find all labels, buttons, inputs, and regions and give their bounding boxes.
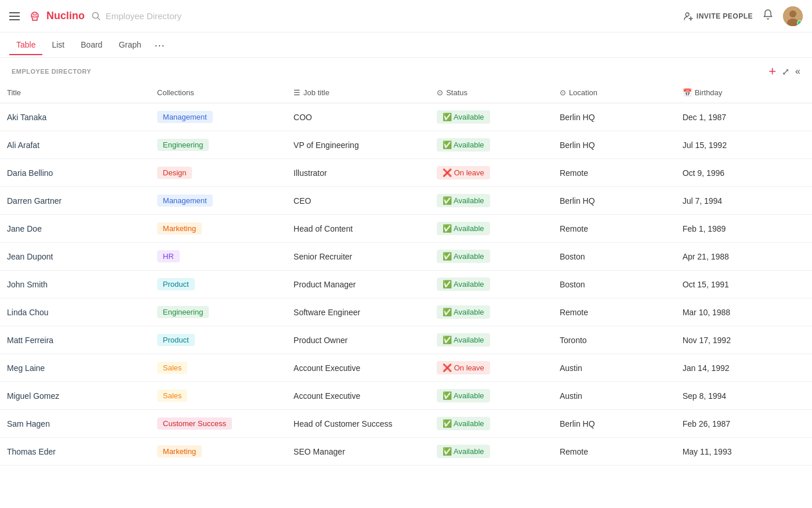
table-row: Linda Chou Engineering Software Engineer… (0, 298, 812, 326)
collection-tag[interactable]: Sales (157, 390, 188, 402)
cell-location: Berlin HQ (553, 103, 676, 131)
collection-tag[interactable]: Engineering (157, 306, 209, 318)
add-field-button[interactable]: + (768, 65, 776, 78)
cell-status: ✅ Available (430, 438, 553, 466)
col-birthday-icon: 📅 (683, 88, 692, 97)
col-title: Title + ↑ ⋮ (0, 82, 150, 103)
cell-collection: Sales (150, 382, 287, 410)
avatar[interactable] (783, 6, 803, 26)
collection-tag[interactable]: Product (157, 334, 195, 346)
table-row: Darren Gartner Management CEO ✅ Availabl… (0, 187, 812, 215)
table-row: Jean Dupont HR Senior Recruiter ✅ Availa… (0, 243, 812, 271)
col-title-label: Title (7, 88, 21, 97)
cell-collection: HR (150, 243, 287, 271)
collection-tag[interactable]: Marketing (157, 222, 202, 235)
collection-tag[interactable]: Product (157, 278, 195, 290)
logo[interactable]: Nuclino (27, 9, 85, 23)
notifications-icon[interactable] (762, 9, 774, 23)
col-birthday-menu[interactable]: ⋮ (727, 88, 735, 97)
cell-title[interactable]: Daria Bellino (0, 159, 150, 187)
collection-tag[interactable]: Management (157, 194, 213, 207)
col-status-menu[interactable]: ⋮ (473, 88, 480, 97)
cell-title[interactable]: John Smith (0, 271, 150, 298)
status-badge: ✅ Available (437, 278, 490, 291)
svg-line-1 (98, 17, 100, 20)
cell-collection: Customer Success (150, 410, 287, 438)
cell-job-title: Head of Customer Success (287, 410, 430, 438)
tab-board[interactable]: Board (74, 35, 109, 55)
cell-title[interactable]: Thomas Eder (0, 438, 150, 466)
cell-title[interactable]: Matt Ferreira (0, 326, 150, 354)
collapse-icon[interactable]: « (795, 66, 800, 77)
table-row: John Smith Product Product Manager ✅ Ava… (0, 271, 812, 298)
collection-tag[interactable]: Management (157, 111, 213, 123)
table-row: Aki Tanaka Management COO ✅ Available Be… (0, 103, 812, 131)
hamburger-menu[interactable] (9, 12, 20, 20)
cell-title[interactable]: Meg Laine (0, 354, 150, 382)
status-badge: ✅ Available (437, 389, 490, 402)
cell-job-title: SEO Manager (287, 438, 430, 466)
cell-birthday: Jan 14, 1992 (676, 354, 812, 382)
col-add-icon[interactable]: + (26, 88, 31, 97)
cell-status: ❌ On leave (430, 159, 553, 187)
col-menu-icon[interactable]: ⋮ (38, 88, 45, 97)
cell-title[interactable]: Sam Hagen (0, 410, 150, 438)
col-location: ⊙ Location ⋮ (553, 82, 676, 103)
cell-status: ✅ Available (430, 103, 553, 131)
table-row: Thomas Eder Marketing SEO Manager ✅ Avai… (0, 438, 812, 466)
col-collections-menu[interactable]: ⋮ (199, 88, 206, 97)
table-row: Meg Laine Sales Account Executive ❌ On l… (0, 354, 812, 382)
col-status: ⊙ Status ⋮ (430, 82, 553, 103)
expand-icon[interactable]: ⤢ (782, 66, 789, 77)
header-right: INVITE PEOPLE (684, 6, 803, 26)
cell-collection: Sales (150, 354, 287, 382)
search-placeholder[interactable]: Employee Directory (106, 11, 182, 21)
col-location-menu[interactable]: ⋮ (603, 88, 610, 97)
cell-title[interactable]: Miguel Gomez (0, 382, 150, 410)
col-location-icon: ⊙ (560, 88, 566, 97)
collection-tag[interactable]: Engineering (157, 139, 209, 151)
table-body: Aki Tanaka Management COO ✅ Available Be… (0, 103, 812, 466)
table-wrapper: Title + ↑ ⋮ Collections ⋮ (0, 82, 812, 466)
status-badge: ✅ Available (437, 445, 490, 458)
employee-table: Title + ↑ ⋮ Collections ⋮ (0, 82, 812, 466)
tabs-more-button[interactable]: ⋯ (151, 35, 168, 55)
cell-status: ✅ Available (430, 298, 553, 326)
collection-tag[interactable]: Marketing (157, 445, 202, 457)
invite-people-button[interactable]: INVITE PEOPLE (684, 12, 753, 21)
table-header-row: Title + ↑ ⋮ Collections ⋮ (0, 82, 812, 103)
tab-list[interactable]: List (45, 35, 71, 55)
collection-tag[interactable]: HR (157, 250, 180, 262)
cell-title[interactable]: Jean Dupont (0, 243, 150, 271)
cell-location: Berlin HQ (553, 187, 676, 215)
table-row: Sam Hagen Customer Success Head of Custo… (0, 410, 812, 438)
collection-tag[interactable]: Design (157, 167, 192, 179)
status-badge: ❌ On leave (437, 166, 490, 179)
cell-collection: Marketing (150, 438, 287, 466)
collection-tag[interactable]: Sales (157, 362, 188, 374)
tab-table[interactable]: Table (9, 35, 42, 55)
cell-title[interactable]: Aki Tanaka (0, 103, 150, 131)
cell-job-title: CEO (287, 187, 430, 215)
logo-icon (27, 9, 43, 23)
cell-collection: Management (150, 187, 287, 215)
cell-location: Remote (553, 298, 676, 326)
svg-point-2 (686, 13, 689, 16)
col-job-title-menu[interactable]: ⋮ (335, 88, 342, 97)
section-actions: + ⤢ « (768, 65, 800, 78)
table-row: Jane Doe Marketing Head of Content ✅ Ava… (0, 215, 812, 243)
cell-title[interactable]: Darren Gartner (0, 187, 150, 215)
cell-birthday: Oct 9, 1996 (676, 159, 812, 187)
cell-status: ✅ Available (430, 326, 553, 354)
col-birthday: 📅 Birthday ⋮ (676, 82, 812, 103)
cell-title[interactable]: Jane Doe (0, 215, 150, 243)
collection-tag[interactable]: Customer Success (157, 417, 232, 430)
cell-title[interactable]: Ali Arafat (0, 131, 150, 159)
cell-job-title: Head of Content (287, 215, 430, 243)
col-sort-icon[interactable]: ↑ (32, 88, 37, 97)
cell-location: Austin (553, 382, 676, 410)
table-row: Ali Arafat Engineering VP of Engineering… (0, 131, 812, 159)
tab-graph[interactable]: Graph (112, 35, 148, 55)
cell-title[interactable]: Linda Chou (0, 298, 150, 326)
search-area[interactable]: Employee Directory (92, 11, 324, 21)
